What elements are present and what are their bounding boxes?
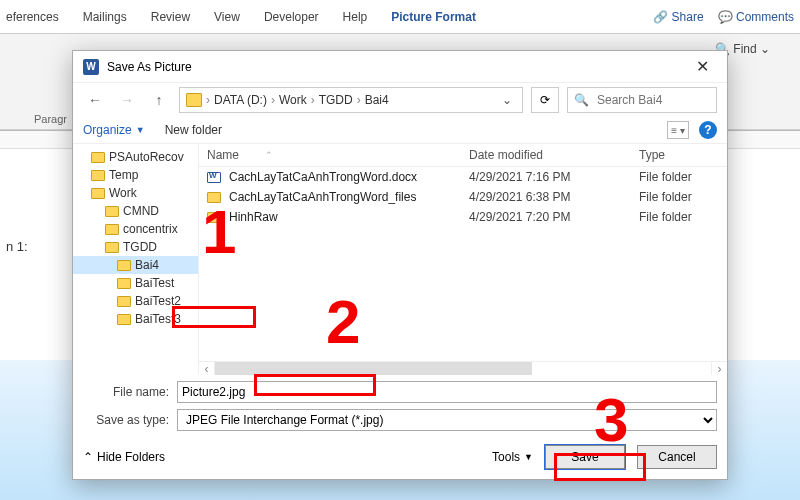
sort-asc-icon[interactable]: ⌃ bbox=[265, 150, 273, 160]
tab-view[interactable]: View bbox=[214, 10, 240, 24]
folder-icon bbox=[207, 192, 221, 203]
folder-icon bbox=[91, 152, 105, 163]
folder-icon bbox=[117, 260, 131, 271]
save-type-select[interactable]: JPEG File Interchange Format (*.jpg) bbox=[177, 409, 717, 431]
tree-node-tgdd[interactable]: TGDD bbox=[73, 238, 198, 256]
folder-icon bbox=[105, 206, 119, 217]
file-name-input[interactable] bbox=[177, 381, 717, 403]
tree-node-concentrix[interactable]: concentrix bbox=[73, 220, 198, 238]
folder-icon bbox=[117, 278, 131, 289]
folder-icon bbox=[117, 314, 131, 325]
crumb-drive[interactable]: DATA (D:) bbox=[214, 93, 267, 107]
dialog-title: Save As Picture bbox=[107, 60, 192, 74]
folder-icon bbox=[186, 93, 202, 107]
list-item[interactable]: CachLayTatCaAnhTrongWord.docx4/29/2021 7… bbox=[199, 167, 727, 187]
tree-node-bai4[interactable]: Bai4 bbox=[73, 256, 198, 274]
col-name[interactable]: Name bbox=[207, 148, 239, 162]
search-field[interactable]: 🔍 bbox=[567, 87, 717, 113]
word-icon: W bbox=[83, 59, 99, 75]
refresh-icon[interactable]: ⟳ bbox=[531, 87, 559, 113]
horizontal-scrollbar[interactable]: ‹ › bbox=[199, 361, 727, 375]
file-list: Name ⌃ Date modified Type CachLayTatCaAn… bbox=[199, 144, 727, 375]
folder-icon bbox=[105, 224, 119, 235]
tab-mailings[interactable]: Mailings bbox=[83, 10, 127, 24]
list-item[interactable]: HinhRaw4/29/2021 7:20 PMFile folder bbox=[199, 207, 727, 227]
folder-icon bbox=[105, 242, 119, 253]
search-icon: 🔍 bbox=[574, 93, 589, 107]
doc-text: n 1: bbox=[6, 239, 28, 254]
save-as-picture-dialog: W Save As Picture ✕ ← → ↑ ›DATA (D:) ›Wo… bbox=[72, 50, 728, 480]
tree-node-cmnd[interactable]: CMND bbox=[73, 202, 198, 220]
file-name-label: File name: bbox=[83, 385, 169, 399]
tab-developer[interactable]: Developer bbox=[264, 10, 319, 24]
folder-icon bbox=[91, 170, 105, 181]
address-bar[interactable]: ›DATA (D:) ›Work ›TGDD ›Bai4 ⌄ bbox=[179, 87, 523, 113]
folder-icon bbox=[91, 188, 105, 199]
tree-node-work[interactable]: Work bbox=[73, 184, 198, 202]
chevron-down-icon[interactable]: ⌄ bbox=[498, 93, 516, 107]
list-item[interactable]: CachLayTatCaAnhTrongWord_files4/29/2021 … bbox=[199, 187, 727, 207]
tree-node-psautorecov[interactable]: PSAutoRecov bbox=[73, 148, 198, 166]
save-button[interactable]: Save bbox=[545, 445, 625, 469]
tab-references[interactable]: eferences bbox=[6, 10, 59, 24]
cancel-button[interactable]: Cancel bbox=[637, 445, 717, 469]
tree-node-baitest2[interactable]: BaiTest2 bbox=[73, 292, 198, 310]
tab-review[interactable]: Review bbox=[151, 10, 190, 24]
close-icon[interactable]: ✕ bbox=[687, 57, 717, 76]
new-folder-button[interactable]: New folder bbox=[165, 123, 222, 137]
save-type-label: Save as type: bbox=[83, 413, 169, 427]
tab-picture-format[interactable]: Picture Format bbox=[391, 10, 476, 24]
crumb-tgdd[interactable]: TGDD bbox=[319, 93, 353, 107]
chevron-up-icon: ⌃ bbox=[83, 450, 93, 464]
col-date[interactable]: Date modified bbox=[469, 148, 639, 162]
search-input[interactable] bbox=[595, 92, 710, 108]
nav-forward-icon[interactable]: → bbox=[115, 88, 139, 112]
help-icon[interactable]: ? bbox=[699, 121, 717, 139]
crumb-work[interactable]: Work bbox=[279, 93, 307, 107]
crumb-bai4[interactable]: Bai4 bbox=[365, 93, 389, 107]
organize-menu[interactable]: Organize ▼ bbox=[83, 123, 145, 137]
list-header[interactable]: Name ⌃ Date modified Type bbox=[199, 144, 727, 167]
group-paragraph: Paragr bbox=[34, 113, 67, 125]
hide-folders-toggle[interactable]: ⌃ Hide Folders bbox=[83, 450, 165, 464]
folder-icon bbox=[207, 212, 221, 223]
document-icon bbox=[207, 172, 221, 183]
tree-node-baitest[interactable]: BaiTest bbox=[73, 274, 198, 292]
nav-up-icon[interactable]: ↑ bbox=[147, 88, 171, 112]
comments-button[interactable]: 💬 Comments bbox=[718, 10, 794, 24]
nav-back-icon[interactable]: ← bbox=[83, 88, 107, 112]
folder-tree[interactable]: PSAutoRecovTempWorkCMNDconcentrixTGDDBai… bbox=[73, 144, 199, 375]
tools-menu[interactable]: Tools ▼ bbox=[492, 450, 533, 464]
view-mode-icon[interactable]: ≡ ▾ bbox=[667, 121, 689, 139]
col-type[interactable]: Type bbox=[639, 148, 719, 162]
tree-node-temp[interactable]: Temp bbox=[73, 166, 198, 184]
folder-icon bbox=[117, 296, 131, 307]
share-button[interactable]: 🔗 Share bbox=[653, 10, 703, 24]
tree-node-baitest3[interactable]: BaiTest3 bbox=[73, 310, 198, 328]
tab-help[interactable]: Help bbox=[343, 10, 368, 24]
word-ribbon: eferences Mailings Review View Developer… bbox=[0, 0, 800, 34]
